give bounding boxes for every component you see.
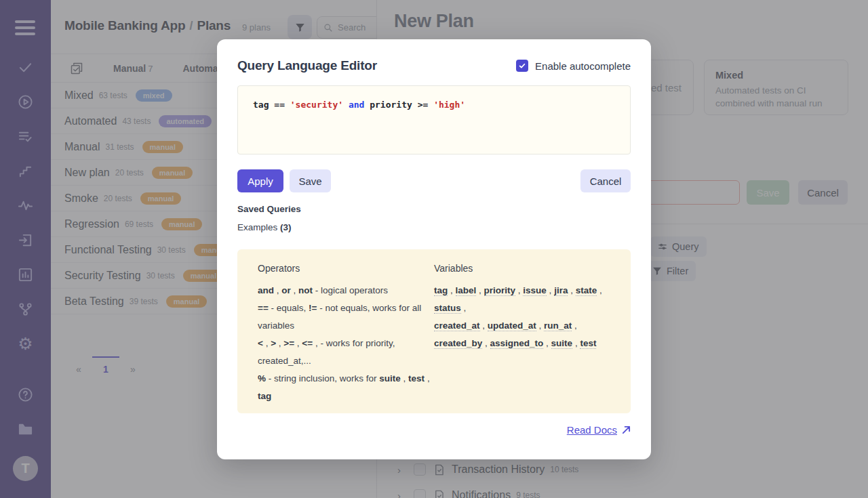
- help-text-line: == - equals, != - not equals, works for …: [258, 299, 427, 317]
- variables-column: Variables tag , label , priority , issue…: [434, 263, 610, 405]
- query-code-line: tag == 'security' and priority >= 'high': [253, 100, 615, 110]
- help-text-line: status ,: [434, 299, 610, 317]
- cancel-button[interactable]: Cancel: [580, 169, 631, 192]
- read-docs-link[interactable]: Read Docs: [567, 424, 631, 436]
- autocomplete-label: Enable autocomplete: [535, 60, 631, 72]
- help-text-line: tag , label , priority , issue , jira , …: [434, 282, 610, 299]
- save-query-button[interactable]: Save: [290, 169, 331, 192]
- help-text-line: < , > , >= , <= , - works for priority,: [258, 335, 427, 352]
- help-text-line: created_at , updated_at , run_at ,: [434, 317, 610, 335]
- examples-link[interactable]: Examples (3): [237, 222, 292, 232]
- help-text-line: created_by , assigned_to , suite , test: [434, 335, 610, 352]
- checkbox-checked-icon[interactable]: [516, 60, 528, 72]
- query-editor-modal: Query Language Editor Enable autocomplet…: [217, 39, 651, 459]
- apply-button[interactable]: Apply: [237, 169, 283, 192]
- operators-lines: and , or , not - logical operators== - e…: [258, 282, 427, 405]
- query-help-panel: Operators and , or , not - logical opera…: [237, 249, 631, 413]
- app-root: ⚙ T Mobile Banking App/Plans 9 plans Man…: [0, 0, 868, 498]
- saved-queries-link[interactable]: Saved Queries: [237, 204, 301, 214]
- modal-title: Query Language Editor: [237, 58, 377, 73]
- operators-title: Operators: [258, 263, 427, 274]
- help-text-line: variables: [258, 317, 427, 335]
- autocomplete-toggle[interactable]: Enable autocomplete: [516, 60, 631, 72]
- external-link-icon: [622, 426, 631, 434]
- help-text-line: created_at,...: [258, 352, 427, 370]
- help-text-line: and , or , not - logical operators: [258, 282, 427, 299]
- help-text-line: % - string inclusion, works for suite , …: [258, 370, 427, 388]
- variables-lines: tag , label , priority , issue , jira , …: [434, 282, 610, 352]
- operators-column: Operators and , or , not - logical opera…: [258, 263, 427, 405]
- help-text-line: tag: [258, 388, 427, 405]
- query-code-editor[interactable]: tag == 'security' and priority >= 'high': [237, 85, 631, 154]
- variables-title: Variables: [434, 263, 610, 274]
